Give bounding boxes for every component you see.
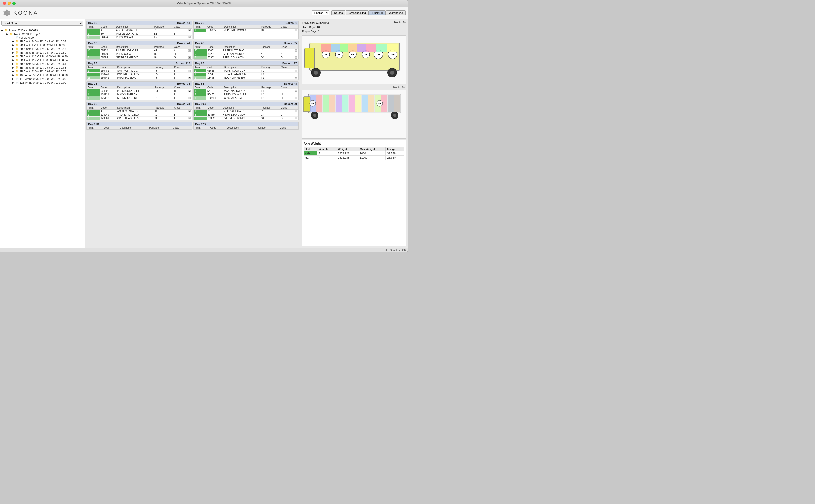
tree-bay-item[interactable]: ▶📁8B Amnt: 48 Vol Ef.: 0.67 Wt. Ef.: 0.6… [8,66,84,69]
tree-bay-item[interactable]: ▶📁3B Amnt: 41 Vol Ef.: 0.68 Wt. Ef.: 0.4… [8,47,84,51]
table-row[interactable]: 250479PEPSI COLA LIGHH2H [87,52,191,56]
tree-vol[interactable]: 📄 Vol Ef.: 0.00 [8,36,84,39]
table-row[interactable]: 179548TOÑéA LATA 350 MF1F [193,73,298,76]
col-header: Code [100,45,115,49]
table-row[interactable]: 2134987ROCK LIM✓N 350F1F▼ [193,76,298,80]
code-cell: 63352 [207,56,222,59]
amnt-cell: 1 [87,117,100,120]
group-filter-select[interactable]: Don't Group [1,21,83,26]
scroll-up-btn[interactable]: ▲ [295,110,297,112]
code-cell: 50479 [100,52,115,56]
scroll-up-btn[interactable]: ▲ [188,70,190,72]
table-row[interactable]: 130PILSEN VIDRIO REB1B [87,32,191,36]
routes-button[interactable]: Routes [331,10,346,15]
col-header: Package [260,45,280,49]
col-header: Package [153,45,173,49]
table-row[interactable]: 34AGUA CRISTAL BIJ1J▲ [87,29,191,32]
table-row[interactable]: 950470PEPSI COLA 2L PEH2H [193,93,298,96]
usage-col-header: Usage [386,147,404,151]
scroll-down-btn[interactable]: ▼ [188,56,190,59]
table-row[interactable]: 935221IMPERIAL VIDRIOA1A [193,52,298,56]
logo-area: KOONA [2,8,38,18]
table-row[interactable]: 11150214CRISTAL AGUA 1LH1H▼ [193,96,298,100]
minimize-button[interactable] [8,2,11,5]
scroll-down-btn[interactable]: ▼ [295,117,297,119]
table-row[interactable]: 15150742IMPERIAL SILVERF5F▼ [87,76,191,80]
table-row[interactable]: 550469PEPSI COLA 2.5L FH3H▲ [87,89,191,93]
table-row[interactable]: 1149361CRISTAL AGUA 35I3I▼ [87,117,191,120]
scroll-up-btn[interactable]: ▲ [188,90,190,92]
scroll-up-btn[interactable]: ▲ [295,49,297,52]
scroll-up-btn[interactable]: ▲ [188,29,190,31]
table-row[interactable]: 5150741IMPERIAL LATA 35F5F [87,73,191,76]
table-row[interactable]: 559489H2OH! LIMA LIMONG4G [193,113,298,117]
tree-bay-item[interactable]: ▶📁6B Amnt: 117 Vol Ef.: 0.88 Wt. Ef.: 0.… [8,58,84,62]
tree-bay-item[interactable]: ▶📁7B Amnt: 33 Vol Ef.: 0.53 Wt. Ef.: 0.6… [8,62,84,66]
tree-bay-item[interactable]: ▶📄12B Amnt: 0 Vol Ef.: 0.00 Wt. Ef.: 0.0… [8,81,84,84]
table-row[interactable]: 1329IMPERIAL LATA 16L1L▲ [193,110,298,113]
table-row[interactable]: 563332EVERVESS TONICG4G▼ [193,117,298,120]
table-row[interactable]: 1126112KERNS JUGO DE 1E1E▼ [87,96,191,100]
tree-bay-item[interactable]: ▶📁9B Amnt: 31 Vol Ef.: 0.69 Wt. Ef.: 0.7… [8,69,84,73]
tree-route[interactable]: ▶ 📁 Route: 67 Date: 100619 [1,28,84,32]
tree-bay-item[interactable]: ▶📁10B Amnt: 59 Vol Ef.: 0.68 Wt. Ef.: 0.… [8,73,84,77]
scroll-down-btn[interactable]: ▼ [295,77,297,79]
scroll-up-btn[interactable]: ▲ [188,49,190,52]
tree-bay-item[interactable]: ▶📁2B Amnt: 1 Vol Ef.: 0.02 Wt. Ef.: 0.03 [8,43,84,47]
crossdocking-button[interactable]: CrossDocking [346,10,368,15]
scroll-up-btn[interactable]: ▲ [295,70,297,72]
truck-name: Truck: 586 12 BAHIAS [302,21,329,25]
scroll-down-btn[interactable]: ▼ [188,117,190,119]
warehouse-button[interactable]: Warehouse [386,10,406,15]
tree-bay-item[interactable]: ▶📁1B Amnt: 44 Vol Ef.: 0.49 Wt. Ef.: 0.3… [8,39,84,43]
code-cell: 50470 [207,93,223,96]
scroll-down-btn[interactable]: ▼ [295,97,297,99]
axle-row: tr142822.9881100025.66% [304,155,404,160]
scroll-up-btn[interactable]: ▲ [295,90,297,92]
col-header: Code [100,86,116,89]
tree-bay-item[interactable]: ▶📁5B Amnt: 118 Vol Ef.: 0.89 Wt. Ef.: 0.… [8,54,84,58]
maximize-button[interactable] [12,2,16,5]
tree-bay-item[interactable]: ▶📁4B Amnt: 55 Vol Ef.: 0.84 Wt. Ef.: 0.5… [8,51,84,54]
amnt-cell: 5 [87,73,100,76]
scroll-up-btn[interactable]: ▲ [188,110,190,112]
code-cell: 61625 [207,69,223,73]
col-header: Package [148,126,172,130]
svg-rect-38 [329,95,335,112]
scroll-down-btn[interactable]: ▼ [295,56,297,59]
bay-header-bay12b: Bay 12B [193,122,298,126]
table-row[interactable]: 184AGUA CRISTAL BIJ1J▲ [87,110,191,113]
scroll-down-btn[interactable]: ▼ [188,97,190,99]
scroll-up-btn[interactable]: ▲ [295,29,297,31]
table-row[interactable]: 1150481SMIRNOFF ICE GFF5F▲ [87,69,191,73]
bay-panel-bay6b: Bay 6BBoxes: 117AmntCodeDescriptionPacka… [193,61,299,80]
close-button[interactable] [3,2,6,5]
table-row[interactable]: 161625PEPSI COLA LIGHF2F▲ [193,69,298,73]
table-row[interactable]: 154MAXI MALTA LATAF1F▲ [193,89,298,93]
table-row[interactable]: 1035222PILSEN VIDRIO REA1A▲ [87,49,191,52]
main-window: Vehicle Space Optimizer Y8.0 07E30708 KO… [0,0,408,252]
bay-table: AmntCodeDescriptionPackageClass2023051PI… [193,45,298,59]
col-header: Class [280,25,294,29]
table-row[interactable]: 1128949TROPICAL TE BLAI1I [87,113,191,117]
table-row[interactable]: 150474PEPSI COLA 3L PEK2K▼ [87,36,191,39]
col-header: Description [115,45,153,49]
truckfill-button[interactable]: Truck Fill [369,10,386,15]
scroll-down-btn[interactable]: ▼ [188,36,190,38]
scroll-down-btn[interactable]: ▼ [188,77,190,79]
svg-rect-44 [368,95,374,112]
bay-name: Bay 8B [195,82,204,85]
table-row[interactable]: 765895JET BEB.ENERGIZG4G▼ [87,56,191,59]
language-select[interactable]: English [312,10,329,15]
tree-truck[interactable]: ▶ 📁 Truck: C12B0D Trip: 1 [4,32,84,36]
table-row[interactable]: 11609057UP LIMA LIMON 3LK2K▲ [193,29,298,32]
col-header: Class [172,126,188,130]
tree-bay-item[interactable]: ▶📄11B Amnt: 0 Vol Ef.: 0.00 Wt. Ef.: 0.0… [8,77,84,81]
col-header: Code [207,86,223,89]
table-row[interactable]: 763352PEPSI COLA 600MG4G▼ [193,56,298,59]
col-header: Description [222,45,260,49]
expand-arrow: ▶ [12,70,15,73]
table-row[interactable]: 2023051PILSEN LATA 16 OL1L▲ [193,49,298,52]
bay-tree-label: 2B Amnt: 1 Vol Ef.: 0.02 Wt. Ef.: 0.03 [20,44,83,47]
table-row[interactable]: 1104921MAXXX ENERGY 4LL [87,93,191,96]
